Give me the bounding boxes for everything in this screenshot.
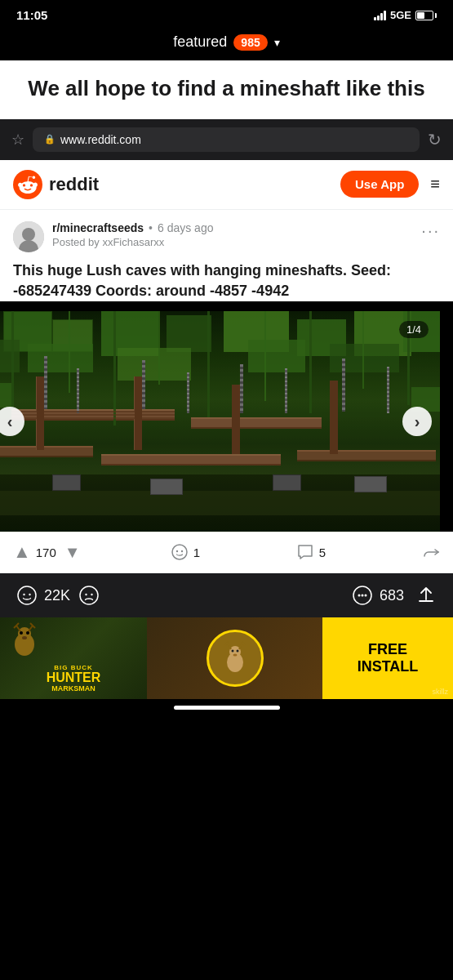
svg-point-8	[180, 550, 182, 552]
more-options-icon[interactable]: ···	[421, 221, 440, 240]
svg-point-23	[22, 636, 27, 639]
featured-label: featured	[173, 33, 227, 51]
ad-logo-main: HUNTER	[0, 671, 147, 684]
hamburger-icon[interactable]: ≡	[430, 175, 440, 194]
browser-bar: ☆ 🔒 www.reddit.com ↻	[0, 119, 453, 160]
post-title-bar: We all hope to find a mineshaft like thi…	[0, 60, 453, 119]
reddit-snoo-icon	[13, 170, 42, 199]
ad-cta-text: FREE INSTALL	[340, 641, 435, 676]
ad-center	[147, 617, 322, 699]
svg-point-2	[30, 184, 33, 186]
reddit-header: reddit Use App ≡	[0, 160, 453, 210]
subreddit-name[interactable]: r/minecraftseeds	[52, 221, 144, 234]
minecraft-image	[0, 311, 440, 532]
subreddit-name-line: r/minecraftseeds • 6 days ago	[52, 221, 213, 234]
svg-point-17	[361, 595, 363, 597]
comment-group: 5	[296, 543, 422, 561]
svg-point-1	[23, 184, 25, 186]
ad-deer-circle	[207, 630, 264, 687]
subreddit-info: r/minecraftseeds • 6 days ago Posted by …	[13, 221, 440, 252]
posted-by: Posted by xxFichasarxx	[52, 236, 213, 248]
svg-point-10	[23, 594, 24, 595]
star-icon[interactable]: ☆	[11, 131, 24, 149]
comment-count: 5	[319, 546, 326, 559]
browser-url-area[interactable]: 🔒 www.reddit.com	[33, 127, 420, 152]
share-icon[interactable]	[422, 543, 440, 561]
award-group: 1	[171, 543, 296, 561]
featured-chevron-icon[interactable]: ▾	[274, 36, 280, 49]
bottom-bar: 22K 683	[0, 573, 453, 617]
downvote-icon[interactable]: ▼	[64, 543, 81, 562]
ad-deer-circle-icon	[215, 638, 255, 679]
upload-icon[interactable]	[415, 585, 437, 606]
svg-point-11	[29, 594, 30, 595]
svg-point-16	[358, 595, 360, 597]
subreddit-avatar	[13, 221, 44, 252]
mc-scene	[0, 311, 440, 532]
upvote-count: 170	[36, 546, 56, 559]
chat-icon[interactable]	[352, 585, 373, 606]
network-label: 5GE	[390, 9, 411, 21]
status-time: 11:05	[16, 8, 47, 22]
subreddit-meta: r/minecraftseeds • 6 days ago Posted by …	[52, 221, 213, 248]
use-app-button[interactable]: Use App	[340, 171, 419, 198]
svg-point-13	[85, 594, 87, 595]
svg-point-14	[91, 594, 92, 595]
svg-point-21	[20, 631, 23, 635]
post-image-container: 1/4 ‹ ›	[0, 311, 440, 532]
image-next-button[interactable]: ›	[402, 407, 432, 436]
award-count: 1	[193, 546, 200, 559]
vote-group: ▲ 170 ▼	[13, 541, 171, 563]
svg-point-6	[172, 545, 187, 559]
home-indicator	[0, 699, 453, 719]
chat-count: 683	[380, 587, 404, 604]
award-icon[interactable]	[171, 543, 189, 561]
notification-title: We all hope to find a mineshaft like thi…	[16, 75, 437, 103]
upvote-icon[interactable]: ▲	[13, 541, 31, 563]
svg-point-18	[364, 595, 366, 597]
ad-skillz-label: skillz	[433, 688, 449, 696]
home-bar	[174, 706, 280, 710]
featured-bar[interactable]: featured 985 ▾	[0, 27, 453, 60]
svg-point-26	[231, 650, 233, 653]
reaction-count: 22K	[44, 587, 70, 604]
post-title: This huge Lush caves with hanging minesh…	[13, 261, 440, 301]
sad-icon[interactable]	[78, 585, 100, 606]
svg-point-12	[80, 586, 98, 604]
reddit-wordmark: reddit	[49, 174, 99, 195]
ad-logo-sub: MARKSMAN	[0, 684, 147, 693]
ad-deer-icon	[4, 621, 45, 662]
battery-icon	[415, 11, 437, 20]
status-bar: 11:05 5GE	[0, 0, 453, 27]
subreddit-left: r/minecraftseeds • 6 days ago Posted by …	[13, 221, 213, 252]
image-counter: 1/4	[399, 321, 429, 338]
smile-icon[interactable]	[16, 585, 38, 606]
browser-url-text: www.reddit.com	[60, 133, 141, 146]
refresh-icon[interactable]: ↻	[428, 130, 442, 149]
svg-point-22	[26, 631, 29, 635]
subreddit-dot: •	[149, 221, 153, 234]
chevron-left-icon: ‹	[7, 412, 13, 431]
svg-point-4	[22, 228, 35, 241]
reddit-header-right: Use App ≡	[340, 171, 440, 198]
status-right: 5GE	[374, 9, 437, 21]
chevron-right-icon: ›	[415, 412, 420, 431]
signal-icon	[374, 11, 386, 20]
svg-point-28	[233, 654, 237, 657]
ad-banner[interactable]: BIG BUCK HUNTER MARKSMAN FREE INSTALL sk…	[0, 617, 453, 699]
svg-point-7	[175, 550, 177, 552]
svg-point-27	[236, 650, 238, 653]
comment-icon[interactable]	[296, 543, 314, 561]
ad-left: BIG BUCK HUNTER MARKSMAN	[0, 617, 147, 699]
action-bar: ▲ 170 ▼ 1 5	[0, 532, 453, 573]
post-time: 6 days ago	[158, 221, 214, 234]
featured-count-badge: 985	[233, 34, 267, 51]
svg-point-9	[18, 586, 36, 604]
reddit-logo[interactable]: reddit	[13, 170, 99, 199]
lock-icon: 🔒	[44, 134, 56, 145]
ad-right[interactable]: FREE INSTALL	[322, 617, 453, 699]
post-content: r/minecraftseeds • 6 days ago Posted by …	[0, 210, 453, 301]
